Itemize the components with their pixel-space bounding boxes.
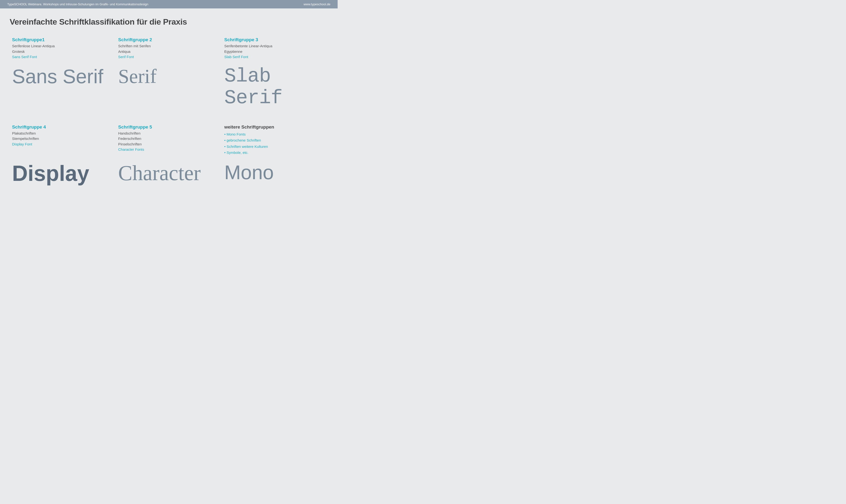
group6-demo: Mono [224,162,323,183]
main-content: Vereinfachte Schriftklassifikation für d… [0,8,338,197]
group5-desc1: Handschriften [118,131,217,136]
group5-info: Schriftgruppe 5 Handschriften Federschri… [116,123,222,157]
group4-demo-cell: Display [10,159,116,189]
group4-info: Schriftgruppe 4 Plakatschriften Stempels… [10,123,116,157]
group3-label: Schriftgruppe 3 [224,37,323,42]
group5-demo: Character [118,162,217,185]
group3-type: Slab Serif Font [224,54,323,60]
group6-label: weitere Schriftgruppen [224,124,323,130]
divider [10,115,328,120]
group5-desc2: Federschriften [118,136,217,142]
group1-demo-cell: Sans Serif [10,63,116,113]
top-grid: Schriftgruppe1 Serifenlose Linear-Antiqu… [10,35,328,61]
group1-desc2: Grotesk [12,49,111,54]
group1-type: Sans Serif Font [12,54,111,60]
page-title: Vereinfachte Schriftklassifikation für d… [10,17,328,26]
group3-desc2: Egyptienne [224,49,323,54]
group4-label: Schriftgruppe 4 [12,124,111,130]
demo-row-2: Display Character Mono [10,159,328,189]
demo-row-1: Sans Serif Serif Slab Serif [10,63,328,113]
group1-desc1: Serifenlose Linear-Antiqua [12,43,111,49]
group2-demo-cell: Serif [116,63,222,113]
bottom-grid-info: Schriftgruppe 4 Plakatschriften Stempels… [10,123,328,157]
header: TypeSCHOOL Webinare, Workshops und Inhou… [0,0,338,8]
group4-type: Display Font [12,142,111,147]
group6-item4: • Symbole, etc. [224,149,323,156]
group3-desc1: Serifenbetonte Linear-Antiqua [224,43,323,49]
group2-desc2: Antiqua [118,49,217,54]
header-url: www.typeschool.de [304,2,330,6]
group5-desc3: Pinselschriften [118,142,217,147]
group6-item1: • Mono Fonts [224,131,323,138]
group6-item3: • Schriften weitere Kulturen [224,143,323,150]
group4-desc2: Stempelschriften [12,136,111,142]
group5-label: Schriftgruppe 5 [118,124,217,130]
group5-type: Character Fonts [118,147,217,152]
group6-item2: • gebrochene Schriften [224,137,323,143]
group2-label: Schriftgruppe 2 [118,37,217,42]
group1-demo: Sans Serif [12,66,111,87]
group2-demo: Serif [118,66,217,87]
group3-demo-cell: Slab Serif [222,63,328,113]
group1-label: Schriftgruppe1 [12,37,111,42]
group4-desc1: Plakatschriften [12,131,111,136]
group4-demo: Display [12,162,111,185]
group6-demo-cell: Mono [222,159,328,189]
group2-desc1: Schriften mit Serifen [118,43,217,49]
group5-demo-cell: Character [116,159,222,189]
group3-demo: Slab Serif [224,66,323,109]
group1-info: Schriftgruppe1 Serifenlose Linear-Antiqu… [10,35,116,61]
group6-info: weitere Schriftgruppen • Mono Fonts • ge… [222,123,328,157]
group2-type: Serif Font [118,54,217,60]
group3-info: Schriftgruppe 3 Serifenbetonte Linear-An… [222,35,328,61]
group2-info: Schriftgruppe 2 Schriften mit Serifen An… [116,35,222,61]
header-title: TypeSCHOOL Webinare, Workshops und Inhou… [7,2,148,6]
